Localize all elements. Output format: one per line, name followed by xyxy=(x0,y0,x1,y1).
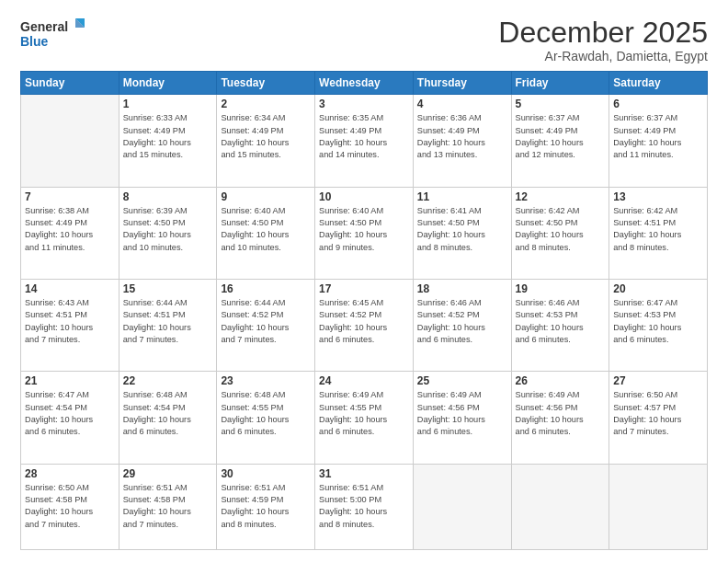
calendar-cell: 11Sunrise: 6:41 AMSunset: 4:50 PMDayligh… xyxy=(413,187,511,279)
day-number: 30 xyxy=(221,467,311,480)
calendar-cell xyxy=(413,464,511,549)
calendar-cell: 1Sunrise: 6:33 AMSunset: 4:49 PMDaylight… xyxy=(119,95,217,187)
day-number: 1 xyxy=(123,98,213,110)
day-number: 19 xyxy=(516,282,606,295)
day-number: 18 xyxy=(417,282,507,295)
day-number: 24 xyxy=(319,374,409,387)
calendar-cell: 5Sunrise: 6:37 AMSunset: 4:49 PMDaylight… xyxy=(511,95,609,187)
day-number: 15 xyxy=(123,282,213,295)
day-number: 5 xyxy=(516,98,606,110)
svg-text:Blue: Blue xyxy=(20,34,49,49)
day-info: Sunrise: 6:49 AMSunset: 4:56 PMDaylight:… xyxy=(516,389,606,438)
calendar-week-row: 1Sunrise: 6:33 AMSunset: 4:49 PMDaylight… xyxy=(21,95,708,187)
day-info: Sunrise: 6:41 AMSunset: 4:50 PMDaylight:… xyxy=(417,205,507,254)
calendar-cell: 17Sunrise: 6:45 AMSunset: 4:52 PMDayligh… xyxy=(315,279,414,371)
day-info: Sunrise: 6:33 AMSunset: 4:49 PMDaylight:… xyxy=(123,112,213,161)
calendar-cell xyxy=(609,464,708,549)
day-info: Sunrise: 6:35 AMSunset: 4:49 PMDaylight:… xyxy=(319,112,409,161)
day-number: 17 xyxy=(319,282,409,295)
calendar-cell xyxy=(21,95,119,187)
calendar-week-row: 14Sunrise: 6:43 AMSunset: 4:51 PMDayligh… xyxy=(21,279,708,371)
calendar-cell: 10Sunrise: 6:40 AMSunset: 4:50 PMDayligh… xyxy=(315,187,414,279)
page: General Blue December 2025 Ar-Rawdah, Da… xyxy=(0,0,728,563)
calendar-cell: 19Sunrise: 6:46 AMSunset: 4:53 PMDayligh… xyxy=(511,279,609,371)
calendar-cell: 12Sunrise: 6:42 AMSunset: 4:50 PMDayligh… xyxy=(511,187,609,279)
day-number: 3 xyxy=(319,98,409,110)
header: General Blue December 2025 Ar-Rawdah, Da… xyxy=(20,17,708,63)
day-number: 13 xyxy=(613,190,703,203)
day-info: Sunrise: 6:47 AMSunset: 4:53 PMDaylight:… xyxy=(613,297,703,346)
calendar-weekday-friday: Friday xyxy=(511,72,609,95)
month-title: December 2025 xyxy=(498,17,708,49)
day-number: 25 xyxy=(417,374,507,387)
title-block: December 2025 Ar-Rawdah, Damietta, Egypt xyxy=(498,17,708,63)
calendar-cell: 15Sunrise: 6:44 AMSunset: 4:51 PMDayligh… xyxy=(119,279,217,371)
calendar-weekday-tuesday: Tuesday xyxy=(217,72,315,95)
calendar-cell: 7Sunrise: 6:38 AMSunset: 4:49 PMDaylight… xyxy=(21,187,119,279)
calendar-cell: 2Sunrise: 6:34 AMSunset: 4:49 PMDaylight… xyxy=(217,95,315,187)
day-number: 29 xyxy=(123,467,213,480)
calendar-cell: 26Sunrise: 6:49 AMSunset: 4:56 PMDayligh… xyxy=(511,372,609,464)
day-number: 31 xyxy=(319,467,409,480)
day-info: Sunrise: 6:40 AMSunset: 4:50 PMDaylight:… xyxy=(221,205,311,254)
calendar-cell: 8Sunrise: 6:39 AMSunset: 4:50 PMDaylight… xyxy=(119,187,217,279)
day-info: Sunrise: 6:44 AMSunset: 4:51 PMDaylight:… xyxy=(123,297,213,346)
day-info: Sunrise: 6:43 AMSunset: 4:51 PMDaylight:… xyxy=(25,297,115,346)
calendar-cell: 25Sunrise: 6:49 AMSunset: 4:56 PMDayligh… xyxy=(413,372,511,464)
calendar-header-row: SundayMondayTuesdayWednesdayThursdayFrid… xyxy=(21,72,708,95)
calendar-cell: 22Sunrise: 6:48 AMSunset: 4:54 PMDayligh… xyxy=(119,372,217,464)
day-info: Sunrise: 6:44 AMSunset: 4:52 PMDaylight:… xyxy=(221,297,311,346)
calendar-weekday-monday: Monday xyxy=(119,72,217,95)
day-info: Sunrise: 6:37 AMSunset: 4:49 PMDaylight:… xyxy=(516,112,606,161)
calendar-cell: 4Sunrise: 6:36 AMSunset: 4:49 PMDaylight… xyxy=(413,95,511,187)
calendar-cell: 13Sunrise: 6:42 AMSunset: 4:51 PMDayligh… xyxy=(609,187,708,279)
day-info: Sunrise: 6:42 AMSunset: 4:51 PMDaylight:… xyxy=(613,205,703,254)
calendar-weekday-sunday: Sunday xyxy=(21,72,119,95)
day-number: 12 xyxy=(516,190,606,203)
day-number: 23 xyxy=(221,374,311,387)
calendar-cell: 20Sunrise: 6:47 AMSunset: 4:53 PMDayligh… xyxy=(609,279,708,371)
day-info: Sunrise: 6:50 AMSunset: 4:58 PMDaylight:… xyxy=(25,482,115,531)
day-number: 14 xyxy=(25,282,115,295)
day-number: 9 xyxy=(221,190,311,203)
day-info: Sunrise: 6:51 AMSunset: 5:00 PMDaylight:… xyxy=(319,482,409,531)
day-number: 11 xyxy=(417,190,507,203)
calendar-cell: 14Sunrise: 6:43 AMSunset: 4:51 PMDayligh… xyxy=(21,279,119,371)
day-info: Sunrise: 6:40 AMSunset: 4:50 PMDaylight:… xyxy=(319,205,409,254)
day-number: 7 xyxy=(25,190,115,203)
calendar-cell: 21Sunrise: 6:47 AMSunset: 4:54 PMDayligh… xyxy=(21,372,119,464)
day-info: Sunrise: 6:38 AMSunset: 4:49 PMDaylight:… xyxy=(25,205,115,254)
day-info: Sunrise: 6:51 AMSunset: 4:58 PMDaylight:… xyxy=(123,482,213,531)
calendar-cell: 16Sunrise: 6:44 AMSunset: 4:52 PMDayligh… xyxy=(217,279,315,371)
calendar-cell: 3Sunrise: 6:35 AMSunset: 4:49 PMDaylight… xyxy=(315,95,414,187)
day-info: Sunrise: 6:49 AMSunset: 4:56 PMDaylight:… xyxy=(417,389,507,438)
day-info: Sunrise: 6:49 AMSunset: 4:55 PMDaylight:… xyxy=(319,389,409,438)
calendar-cell: 18Sunrise: 6:46 AMSunset: 4:52 PMDayligh… xyxy=(413,279,511,371)
day-number: 10 xyxy=(319,190,409,203)
calendar-cell: 29Sunrise: 6:51 AMSunset: 4:58 PMDayligh… xyxy=(119,464,217,549)
day-number: 16 xyxy=(221,282,311,295)
day-number: 20 xyxy=(613,282,703,295)
day-info: Sunrise: 6:37 AMSunset: 4:49 PMDaylight:… xyxy=(613,112,703,161)
day-number: 22 xyxy=(123,374,213,387)
location: Ar-Rawdah, Damietta, Egypt xyxy=(498,49,708,63)
logo: General Blue xyxy=(20,17,86,55)
day-info: Sunrise: 6:42 AMSunset: 4:50 PMDaylight:… xyxy=(516,205,606,254)
day-info: Sunrise: 6:51 AMSunset: 4:59 PMDaylight:… xyxy=(221,482,311,531)
calendar-cell: 9Sunrise: 6:40 AMSunset: 4:50 PMDaylight… xyxy=(217,187,315,279)
calendar-cell: 31Sunrise: 6:51 AMSunset: 5:00 PMDayligh… xyxy=(315,464,414,549)
calendar-week-row: 7Sunrise: 6:38 AMSunset: 4:49 PMDaylight… xyxy=(21,187,708,279)
day-number: 4 xyxy=(417,98,507,110)
day-info: Sunrise: 6:46 AMSunset: 4:53 PMDaylight:… xyxy=(516,297,606,346)
calendar-weekday-saturday: Saturday xyxy=(609,72,708,95)
day-info: Sunrise: 6:45 AMSunset: 4:52 PMDaylight:… xyxy=(319,297,409,346)
day-info: Sunrise: 6:50 AMSunset: 4:57 PMDaylight:… xyxy=(613,389,703,438)
day-number: 8 xyxy=(123,190,213,203)
calendar-cell xyxy=(511,464,609,549)
day-info: Sunrise: 6:48 AMSunset: 4:54 PMDaylight:… xyxy=(123,389,213,438)
calendar-table: SundayMondayTuesdayWednesdayThursdayFrid… xyxy=(20,71,708,550)
day-number: 26 xyxy=(516,374,606,387)
calendar-cell: 30Sunrise: 6:51 AMSunset: 4:59 PMDayligh… xyxy=(217,464,315,549)
day-info: Sunrise: 6:39 AMSunset: 4:50 PMDaylight:… xyxy=(123,205,213,254)
day-info: Sunrise: 6:34 AMSunset: 4:49 PMDaylight:… xyxy=(221,112,311,161)
